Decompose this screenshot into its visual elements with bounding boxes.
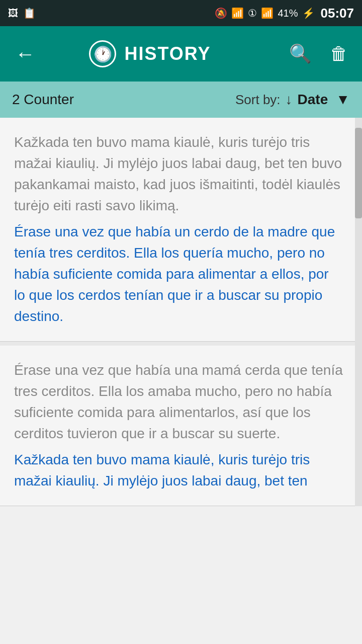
filter-bar: 2 Counter Sort by: ↓ Date ▼ bbox=[0, 82, 362, 118]
wifi-icon: 📶 bbox=[231, 7, 244, 19]
battery-icon: ⚡ bbox=[302, 7, 315, 19]
sort-dropdown-icon: ▼ bbox=[336, 92, 350, 108]
sort-by-label: Sort by: bbox=[235, 92, 281, 108]
original-text-1: Kažkada ten buvo mama kiaulė, kuris turė… bbox=[14, 132, 343, 216]
clock-icon: 🕐 bbox=[94, 45, 112, 63]
screenshot-icon: 🖼 bbox=[8, 8, 18, 19]
history-item-1: Kažkada ten buvo mama kiaulė, kuris turė… bbox=[0, 118, 362, 342]
card-content-1: Kažkada ten buvo mama kiaulė, kuris turė… bbox=[14, 132, 348, 327]
app-bar-actions: 🔍 🗑 bbox=[285, 39, 352, 68]
history-icon: 🕐 bbox=[89, 40, 116, 67]
delete-button[interactable]: 🗑 bbox=[326, 39, 352, 68]
app-bar-title: HISTORY bbox=[124, 43, 211, 64]
sim-icon: ① bbox=[248, 7, 257, 19]
clipboard-icon: 📋 bbox=[23, 7, 36, 19]
history-list: Kažkada ten buvo mama kiaulė, kuris turė… bbox=[0, 118, 362, 506]
signal-icon: 📶 bbox=[261, 7, 274, 19]
search-button[interactable]: 🔍 bbox=[285, 39, 316, 68]
history-item-2: Érase una vez que había una mamá cerda q… bbox=[0, 346, 362, 506]
original-text-2: Érase una vez que había una mamá cerda q… bbox=[14, 360, 343, 444]
status-right-icons: 🔕 📶 ① 📶 41% ⚡ 05:07 bbox=[215, 6, 354, 21]
sort-control[interactable]: Sort by: ↓ Date ▼ bbox=[235, 92, 350, 108]
content-area: Kažkada ten buvo mama kiaulė, kuris turė… bbox=[0, 118, 362, 506]
card-content-2: Érase una vez que había una mamá cerda q… bbox=[14, 360, 348, 492]
scrollbar[interactable] bbox=[355, 118, 362, 506]
status-bar: 🖼 📋 🔕 📶 ① 📶 41% ⚡ 05:07 bbox=[0, 0, 362, 26]
status-time: 05:07 bbox=[321, 6, 354, 21]
battery-percent: 41% bbox=[278, 8, 298, 19]
app-bar-title-section: 🕐 HISTORY bbox=[15, 40, 285, 67]
status-left-icons: 🖼 📋 bbox=[8, 7, 36, 19]
translation-text-2: Kažkada ten buvo mama kiaulė, kuris turė… bbox=[14, 449, 343, 492]
app-bar: ← 🕐 HISTORY 🔍 🗑 bbox=[0, 26, 362, 82]
sort-direction-icon: ↓ bbox=[286, 92, 293, 108]
translation-text-1: Érase una vez que había un cerdo de la m… bbox=[14, 221, 343, 327]
sort-value: Date bbox=[298, 92, 328, 108]
bluetooth-icon: 🔕 bbox=[215, 7, 227, 19]
counter-label: 2 Counter bbox=[12, 92, 235, 108]
scrollbar-thumb[interactable] bbox=[355, 128, 362, 218]
